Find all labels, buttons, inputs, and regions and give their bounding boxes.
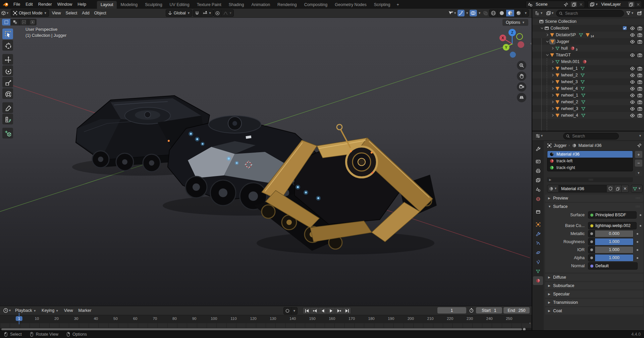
viewport-options-button[interactable]: Options▼	[502, 19, 528, 26]
ortho-grid-button[interactable]	[517, 93, 526, 102]
viewport-menu-view[interactable]: View	[50, 11, 63, 15]
tool-measure[interactable]	[2, 114, 13, 124]
jump-end-button[interactable]	[343, 307, 351, 314]
expander-closed-icon[interactable]	[550, 87, 555, 91]
select-mode-extend[interactable]	[11, 19, 19, 25]
animate-dot[interactable]	[637, 241, 638, 243]
material-name-field[interactable]: Material #36	[559, 185, 607, 192]
timeline-ruler[interactable]: 1 10203040506070809010011012013014015016…	[0, 315, 532, 323]
zoom-button[interactable]	[517, 61, 526, 70]
outliner-row-collection[interactable]: Collection	[532, 25, 644, 32]
timeline-menu-keying[interactable]: Keying ▼	[39, 308, 61, 313]
properties-search[interactable]	[563, 133, 619, 139]
camera-icon[interactable]	[636, 53, 643, 58]
material-slot-material--36[interactable]: Material #36	[547, 151, 633, 158]
topbar-menu-render[interactable]: Render	[36, 0, 55, 9]
camera-icon[interactable]	[636, 106, 643, 111]
viewport-3d[interactable]: Options▼ User Perspective (1) Collection…	[0, 18, 532, 306]
panel-specular[interactable]: ▶Specular	[545, 290, 643, 298]
tool-select-box[interactable]	[2, 29, 13, 39]
play-reverse-button[interactable]	[319, 307, 327, 314]
sync-icon[interactable]	[284, 307, 291, 314]
proportional-edit-icon[interactable]	[214, 10, 222, 16]
properties-tab-render[interactable]	[533, 157, 543, 166]
properties-tab-constraints[interactable]	[533, 258, 543, 266]
property-slider[interactable]: 1.000	[588, 254, 634, 262]
outliner-filter-type-button[interactable]: ▼	[545, 10, 555, 17]
workspace-tab-sculpting[interactable]: Sculpting	[141, 1, 166, 9]
eye-icon[interactable]	[629, 106, 636, 111]
expander-closed-icon[interactable]	[550, 66, 555, 70]
eye-icon[interactable]	[629, 33, 636, 38]
workspace-tab-rendering[interactable]: Rendering	[274, 1, 301, 9]
frame-start-field[interactable]: Start1	[476, 307, 502, 314]
slider-socket[interactable]	[588, 255, 595, 261]
viewlayer-icon[interactable]: ▼	[588, 1, 600, 8]
outliner-row-scene-collection[interactable]: Scene Collection	[532, 18, 644, 25]
panel-diffuse[interactable]: ▶Diffuse	[545, 274, 643, 281]
expander-closed-icon[interactable]	[550, 100, 555, 104]
expander-closed-icon[interactable]	[550, 107, 555, 111]
unlink-scene-icon[interactable]: ✕	[578, 1, 584, 8]
expander-open-icon[interactable]	[545, 53, 550, 57]
pin-icon[interactable]	[562, 1, 570, 8]
outliner-row-jugger[interactable]: Jugger	[532, 38, 644, 45]
play-button[interactable]	[327, 307, 335, 314]
outliner-row-rwheel_1[interactable]: rwheel_1	[532, 92, 644, 99]
stopwatch-icon[interactable]	[469, 308, 474, 313]
property-slider[interactable]: 0.000	[588, 230, 634, 237]
expander-closed-icon[interactable]	[550, 46, 555, 50]
camera-icon[interactable]	[636, 93, 643, 98]
jump-start-button[interactable]	[303, 307, 311, 314]
pin-icon[interactable]	[637, 143, 642, 148]
outliner-row-hull[interactable]: hull3	[532, 45, 644, 52]
shading-rendered-button[interactable]	[515, 10, 523, 16]
tool-transform[interactable]	[2, 88, 13, 99]
properties-tab-scene[interactable]	[533, 185, 543, 194]
frame-end-field[interactable]: End250	[503, 307, 530, 314]
transform-orientation-dropdown[interactable]: Global▼	[166, 9, 192, 17]
next-keyframe-button[interactable]	[335, 307, 343, 314]
animate-dot[interactable]	[640, 225, 641, 227]
properties-tab-output[interactable]	[533, 166, 543, 175]
properties-search-input[interactable]	[572, 133, 616, 139]
editor-type-button[interactable]: ▼	[0, 10, 10, 16]
outliner-row-rwheel_4[interactable]: rwheel_4	[532, 112, 644, 119]
fake-user-shield-button[interactable]	[607, 185, 614, 192]
sync-dropdown[interactable]: ▼	[291, 307, 297, 314]
prev-keyframe-button[interactable]	[311, 307, 319, 314]
material-slot-track-right[interactable]: track-right	[547, 164, 633, 171]
topbar-menu-window[interactable]: Window	[55, 0, 75, 9]
outliner-row-lwheel_3[interactable]: lwheel_3	[532, 78, 644, 85]
workspace-tab-uv-editing[interactable]: UV Editing	[166, 1, 193, 9]
expander-closed-icon[interactable]	[550, 60, 555, 64]
current-frame-marker[interactable]: 1	[16, 316, 22, 321]
shading-wireframe-button[interactable]	[489, 10, 498, 16]
outliner-search[interactable]	[556, 10, 624, 17]
eye-icon[interactable]	[629, 100, 636, 105]
material-slot-track-left[interactable]: track-left	[547, 158, 633, 164]
expander-closed-icon[interactable]	[550, 80, 555, 84]
material-link-dropdown[interactable]: ▼	[631, 185, 643, 192]
copy-scene-button[interactable]	[571, 2, 577, 7]
outliner-row-lwheel_2[interactable]: lwheel_2	[532, 72, 644, 78]
properties-tab-particles[interactable]	[533, 239, 543, 247]
panel-coat[interactable]: ▶Coat	[545, 307, 643, 315]
select-mode-subtract[interactable]	[19, 19, 28, 25]
properties-editor-type-button[interactable]: ▼	[534, 133, 544, 139]
animate-dot[interactable]	[637, 233, 638, 235]
breadcrumb-material[interactable]: Material #36	[579, 143, 602, 148]
viewport-menu-add[interactable]: Add	[79, 11, 92, 15]
properties-tab-data[interactable]	[533, 267, 543, 276]
timeline-menu-marker[interactable]: Marker	[76, 308, 94, 313]
browse-material-button[interactable]: ▼	[547, 185, 559, 192]
timeline-menu-view[interactable]: View	[61, 308, 76, 313]
slider-socket[interactable]	[588, 238, 595, 245]
pan-hand-button[interactable]	[517, 71, 526, 81]
surface-panel-header[interactable]: ▼Surface∷∷	[545, 203, 643, 210]
outliner-row-rwheel_3[interactable]: rwheel_3	[532, 105, 644, 112]
outliner-row-lwheel_4[interactable]: lwheel_4	[532, 85, 644, 92]
tool-cursor[interactable]	[2, 40, 13, 51]
overlays-dropdown[interactable]: ▼	[477, 10, 482, 16]
workspace-tab-scripting[interactable]: Scripting	[370, 1, 394, 9]
